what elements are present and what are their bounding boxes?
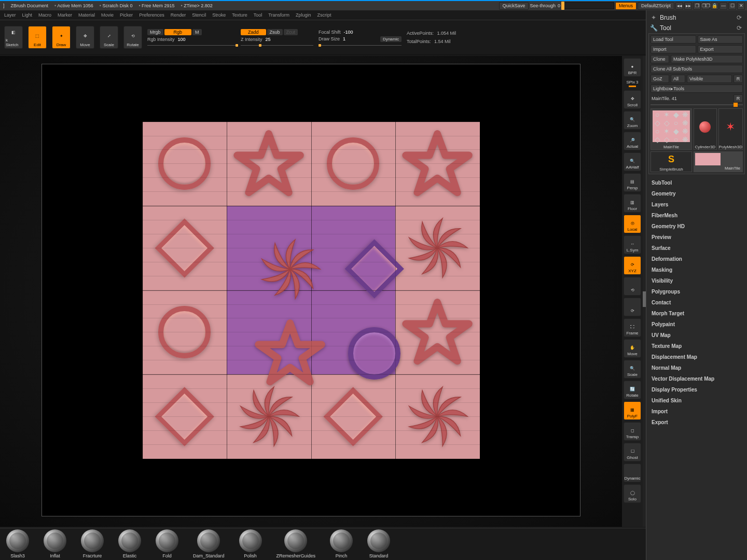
canvas[interactable] [0,56,622,527]
iconbar-l.sym[interactable]: ↔L.Sym [624,235,641,254]
edit-button[interactable]: ⬚Edit [28,26,47,49]
draw-size-slider[interactable] [319,45,402,46]
section-geometry-hd[interactable]: Geometry HD [652,222,742,231]
section-import[interactable]: Import [652,407,742,416]
make-polymesh3d-button[interactable]: Make PolyMesh3D [671,55,743,63]
tool-simplebrush[interactable]: S SimpleBrush [651,151,692,172]
brush-zremesherguides[interactable]: ZRemesherGuides [276,529,316,558]
sketch-button[interactable]: ◧k Sketch [4,26,23,49]
close-icon[interactable]: ✕ [737,2,745,10]
maximize-icon[interactable]: ☐ [728,2,736,10]
rgb-intensity-slider[interactable] [147,45,236,46]
section-contact[interactable]: Contact [652,298,742,307]
section-uv-map[interactable]: UV Map [652,331,742,340]
section-normal-map[interactable]: Normal Map [652,363,742,372]
brush-pinch[interactable]: Pinch [330,529,353,558]
iconbar-zoom[interactable]: 🔍Zoom [624,111,641,130]
section-displacement-map[interactable]: Displacement Map [652,353,742,361]
save-as-button[interactable]: Save As [698,35,743,44]
brush-inflat[interactable]: Inflat [44,529,66,558]
section-layers[interactable]: Layers [652,200,742,209]
menu-movie[interactable]: Movie [101,12,114,18]
brush-polish[interactable]: Polish [239,529,262,558]
iconbar-dynamic[interactable]: Dynamic [624,464,641,482]
m-button[interactable]: M [192,29,202,35]
iconbar-frame[interactable]: ⛶Frame [624,318,641,337]
section-subtool[interactable]: SubTool [652,178,742,187]
rotate-button[interactable]: ⟲Rotate [123,26,142,49]
all-button[interactable]: All [671,75,685,83]
section-deformation[interactable]: Deformation [652,255,742,263]
clone-button[interactable]: Clone [651,55,669,63]
section-masking[interactable]: Masking [652,265,742,274]
scale-button[interactable]: ⤢Scale [100,26,118,49]
iconbar-local[interactable]: ◎Local [624,215,641,233]
brush-fold[interactable]: Fold [156,529,178,558]
goz-button[interactable]: GoZ [651,75,669,83]
section-polypaint[interactable]: Polypaint [652,320,742,329]
z-intensity-slider[interactable] [241,45,313,46]
menu-texture[interactable]: Texture [232,12,247,18]
tool-polymesh3d[interactable]: ✶ PolyMesh3D [718,108,743,150]
quicksave-button[interactable]: QuickSave [499,2,529,10]
section-texture-map[interactable]: Texture Map [652,342,742,351]
brush-slash3[interactable]: Slash3 [6,529,29,558]
visible-button[interactable]: Visible [687,75,732,83]
iconbar-btn[interactable]: ⟳ [624,298,641,316]
r-button[interactable]: R [734,75,743,83]
menu-stroke[interactable]: Stroke [212,12,226,18]
section-unified-skin[interactable]: Unified Skin [652,396,742,405]
menu-macro[interactable]: Macro [38,12,51,18]
iconbar-spix 3[interactable]: SPix 3 [624,79,641,88]
section-geometry[interactable]: Geometry [652,189,742,198]
iconbar-scroll[interactable]: ✥Scroll [624,90,641,109]
section-morph-target[interactable]: Morph Target [652,309,742,318]
iconbar-persp[interactable]: ▤Persp [624,173,641,192]
tool-panel-header[interactable]: 🔧 Tool ⟳ [648,23,745,33]
load-tool-button[interactable]: Load Tool [651,35,696,44]
menu-marker[interactable]: Marker [58,12,72,18]
section-vector-displacement-map[interactable]: Vector Displacement Map [652,374,742,383]
iconbar-xyz[interactable]: ⟳XYZ [624,256,641,275]
dynamic-button[interactable]: Dynamic [380,36,402,42]
window-icon[interactable]: ❐ [693,2,701,10]
minimize-icon[interactable]: — [720,2,727,10]
clone-all-subtools-button[interactable]: Clone All SubTools [651,65,743,73]
export-button[interactable]: Export [698,45,743,53]
lock-icon[interactable]: 🔒 [711,2,718,10]
import-button[interactable]: Import [651,45,696,53]
prev-icon[interactable]: ◂◂ [675,2,683,10]
tool-slider[interactable] [651,104,743,105]
menu-zplugin[interactable]: Zplugin [296,12,311,18]
iconbar-transp[interactable]: ◻Transp [624,422,641,441]
windows-icon[interactable]: ❐❐ [702,2,710,10]
menu-stencil[interactable]: Stencil [192,12,206,18]
brush-standard[interactable]: Standard [367,529,390,558]
move-button[interactable]: ✥Move [76,26,94,49]
zadd-button[interactable]: Zadd [241,29,266,35]
menu-tool[interactable]: Tool [254,12,262,18]
menu-picker[interactable]: Picker [120,12,133,18]
zcut-button[interactable]: Zcut [284,29,298,35]
defaultzscript-button[interactable]: DefaultZScript [638,2,674,10]
menu-preferences[interactable]: Preferences [139,12,164,18]
menu-zscript[interactable]: Zscript [317,12,331,18]
section-preview[interactable]: Preview [652,233,742,242]
r-button[interactable]: R [734,94,743,103]
menu-render[interactable]: Render [171,12,186,18]
draw-button[interactable]: ✦Draw [52,26,71,49]
iconbar-actual[interactable]: 🔎Actual [624,132,641,150]
section-polygroups[interactable]: Polygroups [652,287,742,296]
rgb-button[interactable]: Rgb [164,29,192,35]
section-export[interactable]: Export [652,418,742,427]
reload-icon[interactable]: ⟳ [737,14,744,21]
tool-cylinder3d[interactable]: Cylinder3D [694,108,717,150]
brush-elastic[interactable]: Elastic [118,529,141,558]
mrgb-button[interactable]: Mrgb [147,29,163,35]
next-icon[interactable]: ▸▸ [684,2,692,10]
iconbar-scale[interactable]: 🔍Scale [624,360,641,379]
menus-button[interactable]: Menus [615,2,637,10]
iconbar-ghost[interactable]: ☐Ghost [624,443,641,461]
iconbar-btn[interactable]: ⟲ [624,277,641,296]
iconbar-polyf[interactable]: ▦PolyF [624,401,641,420]
